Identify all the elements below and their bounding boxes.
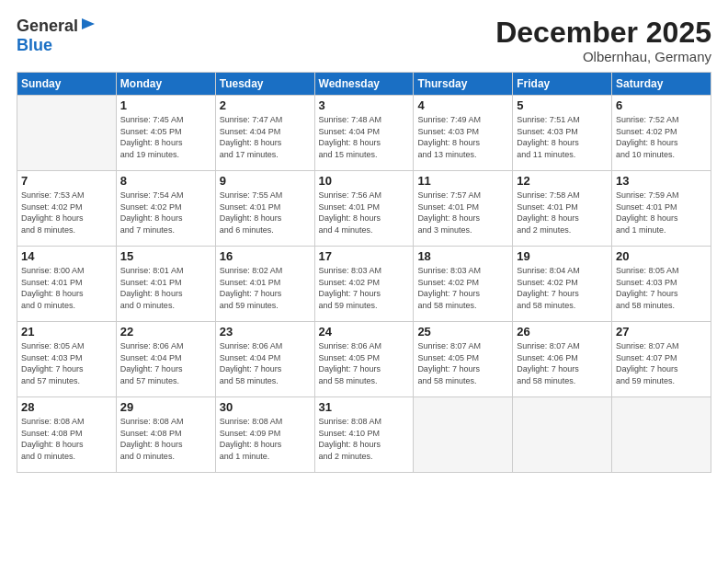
day-info: Sunrise: 8:08 AM Sunset: 4:09 PM Dayligh… — [220, 416, 311, 462]
page: General Blue December 2025 Olbernhau, Ge… — [0, 0, 728, 563]
calendar-cell: 18Sunrise: 8:03 AM Sunset: 4:02 PM Dayli… — [414, 247, 513, 322]
calendar-cell — [513, 397, 612, 473]
calendar-cell: 15Sunrise: 8:01 AM Sunset: 4:01 PM Dayli… — [116, 247, 215, 322]
day-info: Sunrise: 7:53 AM Sunset: 4:02 PM Dayligh… — [21, 190, 112, 236]
day-info: Sunrise: 8:00 AM Sunset: 4:01 PM Dayligh… — [21, 265, 112, 311]
calendar-day-header: Thursday — [414, 73, 513, 96]
day-info: Sunrise: 7:47 AM Sunset: 4:04 PM Dayligh… — [220, 114, 311, 160]
logo: General Blue — [17, 17, 97, 55]
day-info: Sunrise: 7:54 AM Sunset: 4:02 PM Dayligh… — [120, 190, 211, 236]
day-info: Sunrise: 7:49 AM Sunset: 4:03 PM Dayligh… — [417, 114, 508, 160]
day-number: 5 — [517, 98, 608, 112]
day-number: 23 — [220, 325, 311, 339]
day-info: Sunrise: 7:57 AM Sunset: 4:01 PM Dayligh… — [417, 190, 508, 236]
day-info: Sunrise: 8:05 AM Sunset: 4:03 PM Dayligh… — [616, 265, 707, 311]
day-number: 26 — [517, 325, 608, 339]
calendar-day-header: Monday — [116, 73, 215, 96]
day-number: 24 — [319, 325, 410, 339]
day-number: 4 — [417, 98, 508, 112]
calendar-cell: 10Sunrise: 7:56 AM Sunset: 4:01 PM Dayli… — [314, 171, 414, 247]
calendar-header-row: SundayMondayTuesdayWednesdayThursdayFrid… — [17, 73, 711, 96]
day-number: 29 — [120, 400, 211, 414]
day-info: Sunrise: 8:01 AM Sunset: 4:01 PM Dayligh… — [120, 265, 211, 311]
day-info: Sunrise: 8:07 AM Sunset: 4:06 PM Dayligh… — [517, 340, 608, 386]
calendar-cell: 11Sunrise: 7:57 AM Sunset: 4:01 PM Dayli… — [414, 171, 513, 247]
calendar-cell: 13Sunrise: 7:59 AM Sunset: 4:01 PM Dayli… — [612, 171, 711, 247]
day-number: 2 — [220, 98, 311, 112]
calendar-cell: 31Sunrise: 8:08 AM Sunset: 4:10 PM Dayli… — [314, 397, 414, 473]
day-number: 13 — [616, 174, 707, 188]
logo-blue: Blue — [17, 36, 52, 54]
day-info: Sunrise: 7:56 AM Sunset: 4:01 PM Dayligh… — [319, 190, 410, 236]
calendar-cell: 20Sunrise: 8:05 AM Sunset: 4:03 PM Dayli… — [612, 247, 711, 322]
calendar-week-row: 7Sunrise: 7:53 AM Sunset: 4:02 PM Daylig… — [17, 171, 711, 247]
calendar-week-row: 28Sunrise: 8:08 AM Sunset: 4:08 PM Dayli… — [17, 397, 711, 473]
day-info: Sunrise: 8:04 AM Sunset: 4:02 PM Dayligh… — [517, 265, 608, 311]
day-number: 9 — [220, 174, 311, 188]
calendar-cell — [612, 397, 711, 473]
calendar-cell: 5Sunrise: 7:51 AM Sunset: 4:03 PM Daylig… — [513, 96, 612, 171]
day-info: Sunrise: 8:06 AM Sunset: 4:05 PM Dayligh… — [319, 340, 410, 386]
day-number: 27 — [616, 325, 707, 339]
day-info: Sunrise: 7:51 AM Sunset: 4:03 PM Dayligh… — [517, 114, 608, 160]
day-info: Sunrise: 8:03 AM Sunset: 4:02 PM Dayligh… — [417, 265, 508, 311]
calendar-cell: 22Sunrise: 8:06 AM Sunset: 4:04 PM Dayli… — [116, 322, 215, 397]
day-number: 15 — [120, 249, 211, 263]
day-number: 16 — [220, 249, 311, 263]
day-number: 22 — [120, 325, 211, 339]
day-info: Sunrise: 8:07 AM Sunset: 4:07 PM Dayligh… — [616, 340, 707, 386]
day-info: Sunrise: 8:05 AM Sunset: 4:03 PM Dayligh… — [21, 340, 112, 386]
calendar-cell: 28Sunrise: 8:08 AM Sunset: 4:08 PM Dayli… — [17, 397, 117, 473]
calendar-week-row: 1Sunrise: 7:45 AM Sunset: 4:05 PM Daylig… — [17, 96, 711, 171]
logo-flag-icon — [80, 17, 97, 37]
calendar-cell: 30Sunrise: 8:08 AM Sunset: 4:09 PM Dayli… — [215, 397, 314, 473]
calendar-cell: 7Sunrise: 7:53 AM Sunset: 4:02 PM Daylig… — [17, 171, 117, 247]
logo-general: General — [17, 17, 78, 36]
day-number: 12 — [517, 174, 608, 188]
day-info: Sunrise: 8:08 AM Sunset: 4:10 PM Dayligh… — [319, 416, 410, 462]
calendar-cell: 8Sunrise: 7:54 AM Sunset: 4:02 PM Daylig… — [116, 171, 215, 247]
day-number: 28 — [21, 400, 112, 414]
day-info: Sunrise: 7:58 AM Sunset: 4:01 PM Dayligh… — [517, 190, 608, 236]
calendar-cell: 2Sunrise: 7:47 AM Sunset: 4:04 PM Daylig… — [215, 96, 314, 171]
calendar-day-header: Saturday — [612, 73, 711, 96]
calendar-cell: 12Sunrise: 7:58 AM Sunset: 4:01 PM Dayli… — [513, 171, 612, 247]
day-number: 8 — [120, 174, 211, 188]
day-number: 14 — [21, 249, 112, 263]
svg-marker-0 — [82, 18, 95, 29]
day-number: 10 — [319, 174, 410, 188]
day-number: 30 — [220, 400, 311, 414]
calendar-cell: 9Sunrise: 7:55 AM Sunset: 4:01 PM Daylig… — [215, 171, 314, 247]
calendar-cell: 1Sunrise: 7:45 AM Sunset: 4:05 PM Daylig… — [116, 96, 215, 171]
calendar-cell: 3Sunrise: 7:48 AM Sunset: 4:04 PM Daylig… — [314, 96, 414, 171]
day-info: Sunrise: 8:03 AM Sunset: 4:02 PM Dayligh… — [319, 265, 410, 311]
month-title: December 2025 — [495, 17, 711, 49]
title-block: December 2025 Olbernhau, Germany — [495, 17, 711, 64]
calendar-cell: 21Sunrise: 8:05 AM Sunset: 4:03 PM Dayli… — [17, 322, 117, 397]
calendar-day-header: Sunday — [17, 73, 117, 96]
day-info: Sunrise: 8:06 AM Sunset: 4:04 PM Dayligh… — [220, 340, 311, 386]
day-number: 17 — [319, 249, 410, 263]
calendar-table: SundayMondayTuesdayWednesdayThursdayFrid… — [17, 72, 711, 473]
day-info: Sunrise: 7:52 AM Sunset: 4:02 PM Dayligh… — [616, 114, 707, 160]
day-number: 6 — [616, 98, 707, 112]
location: Olbernhau, Germany — [495, 49, 711, 64]
day-info: Sunrise: 8:07 AM Sunset: 4:05 PM Dayligh… — [417, 340, 508, 386]
day-number: 19 — [517, 249, 608, 263]
header: General Blue December 2025 Olbernhau, Ge… — [17, 17, 711, 64]
day-number: 21 — [21, 325, 112, 339]
calendar-cell: 27Sunrise: 8:07 AM Sunset: 4:07 PM Dayli… — [612, 322, 711, 397]
day-info: Sunrise: 8:08 AM Sunset: 4:08 PM Dayligh… — [120, 416, 211, 462]
calendar-cell: 25Sunrise: 8:07 AM Sunset: 4:05 PM Dayli… — [414, 322, 513, 397]
day-info: Sunrise: 7:55 AM Sunset: 4:01 PM Dayligh… — [220, 190, 311, 236]
calendar-cell: 26Sunrise: 8:07 AM Sunset: 4:06 PM Dayli… — [513, 322, 612, 397]
calendar-cell: 4Sunrise: 7:49 AM Sunset: 4:03 PM Daylig… — [414, 96, 513, 171]
day-number: 7 — [21, 174, 112, 188]
calendar-day-header: Friday — [513, 73, 612, 96]
day-number: 25 — [417, 325, 508, 339]
day-info: Sunrise: 8:06 AM Sunset: 4:04 PM Dayligh… — [120, 340, 211, 386]
day-number: 18 — [417, 249, 508, 263]
calendar-day-header: Tuesday — [215, 73, 314, 96]
calendar-cell: 24Sunrise: 8:06 AM Sunset: 4:05 PM Dayli… — [314, 322, 414, 397]
calendar-cell: 29Sunrise: 8:08 AM Sunset: 4:08 PM Dayli… — [116, 397, 215, 473]
